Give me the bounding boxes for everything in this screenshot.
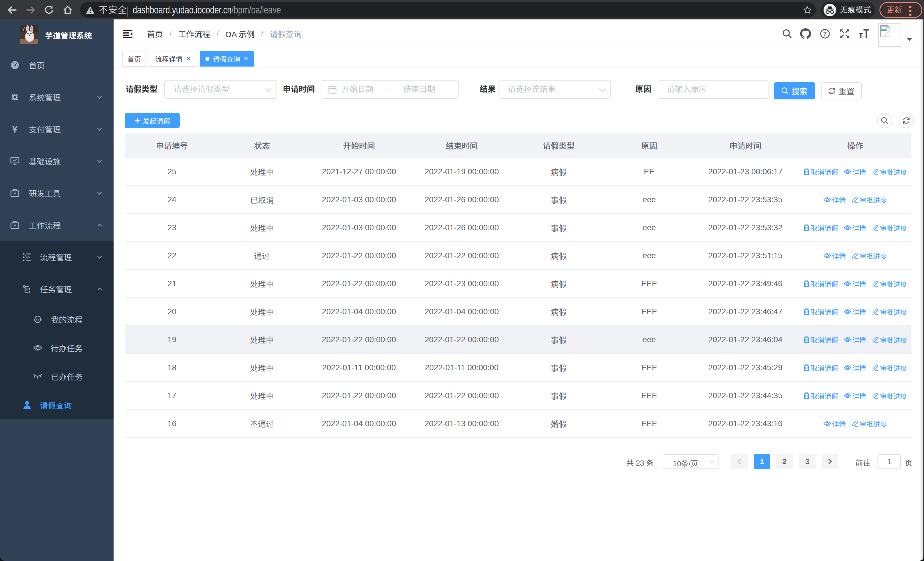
svg-text:?: ?	[823, 30, 827, 37]
